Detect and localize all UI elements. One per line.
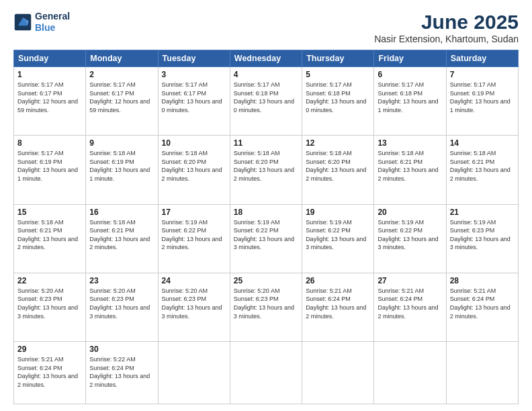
empty-cell-1 — [158, 342, 230, 404]
header: General Blue June 2025 Nasir Extension, … — [13, 11, 519, 44]
day-10: 10 Sunrise: 5:18 AMSunset: 6:20 PMDaylig… — [158, 136, 230, 204]
day-6: 6 Sunrise: 5:17 AMSunset: 6:18 PMDayligh… — [374, 67, 446, 136]
logo-icon — [13, 13, 32, 32]
empty-cell-3 — [302, 342, 374, 404]
week-2: 8 Sunrise: 5:17 AMSunset: 6:19 PMDayligh… — [14, 136, 519, 204]
calendar-header-row: Sunday Monday Tuesday Wednesday Thursday… — [14, 50, 519, 67]
col-saturday: Saturday — [446, 50, 518, 67]
day-17: 17 Sunrise: 5:19 AMSunset: 6:22 PMDaylig… — [158, 204, 230, 273]
day-2: 2 Sunrise: 5:17 AMSunset: 6:17 PMDayligh… — [86, 67, 158, 136]
day-9: 9 Sunrise: 5:18 AMSunset: 6:19 PMDayligh… — [86, 136, 158, 204]
day-19: 19 Sunrise: 5:19 AMSunset: 6:22 PMDaylig… — [302, 204, 374, 273]
empty-cell-5 — [446, 342, 518, 404]
col-sunday: Sunday — [14, 50, 86, 67]
col-thursday: Thursday — [302, 50, 374, 67]
day-14: 14 Sunrise: 5:18 AMSunset: 6:21 PMDaylig… — [446, 136, 518, 204]
day-25: 25 Sunrise: 5:20 AMSunset: 6:23 PMDaylig… — [230, 273, 302, 341]
day-24: 24 Sunrise: 5:20 AMSunset: 6:23 PMDaylig… — [158, 273, 230, 341]
day-13: 13 Sunrise: 5:18 AMSunset: 6:21 PMDaylig… — [374, 136, 446, 204]
col-wednesday: Wednesday — [230, 50, 302, 67]
day-3: 3 Sunrise: 5:17 AMSunset: 6:17 PMDayligh… — [158, 67, 230, 136]
day-22: 22 Sunrise: 5:20 AMSunset: 6:23 PMDaylig… — [14, 273, 86, 341]
day-7: 7 Sunrise: 5:17 AMSunset: 6:19 PMDayligh… — [446, 67, 518, 136]
week-5: 29 Sunrise: 5:21 AMSunset: 6:24 PMDaylig… — [14, 342, 519, 404]
day-23: 23 Sunrise: 5:20 AMSunset: 6:23 PMDaylig… — [86, 273, 158, 341]
logo: General Blue — [13, 11, 70, 34]
day-16: 16 Sunrise: 5:18 AMSunset: 6:21 PMDaylig… — [86, 204, 158, 273]
day-21: 21 Sunrise: 5:19 AMSunset: 6:23 PMDaylig… — [446, 204, 518, 273]
day-30: 30 Sunrise: 5:22 AMSunset: 6:24 PMDaylig… — [86, 342, 158, 404]
empty-cell-2 — [230, 342, 302, 404]
day-12: 12 Sunrise: 5:18 AMSunset: 6:20 PMDaylig… — [302, 136, 374, 204]
day-1: 1 Sunrise: 5:17 AMSunset: 6:17 PMDayligh… — [14, 67, 86, 136]
day-20: 20 Sunrise: 5:19 AMSunset: 6:22 PMDaylig… — [374, 204, 446, 273]
col-monday: Monday — [86, 50, 158, 67]
page: General Blue June 2025 Nasir Extension, … — [0, 0, 532, 411]
day-18: 18 Sunrise: 5:19 AMSunset: 6:22 PMDaylig… — [230, 204, 302, 273]
day-26: 26 Sunrise: 5:21 AMSunset: 6:24 PMDaylig… — [302, 273, 374, 341]
col-friday: Friday — [374, 50, 446, 67]
col-tuesday: Tuesday — [158, 50, 230, 67]
day-27: 27 Sunrise: 5:21 AMSunset: 6:24 PMDaylig… — [374, 273, 446, 341]
logo-text: General Blue — [35, 11, 70, 34]
day-5: 5 Sunrise: 5:17 AMSunset: 6:18 PMDayligh… — [302, 67, 374, 136]
day-8: 8 Sunrise: 5:17 AMSunset: 6:19 PMDayligh… — [14, 136, 86, 204]
empty-cell-4 — [374, 342, 446, 404]
day-15: 15 Sunrise: 5:18 AMSunset: 6:21 PMDaylig… — [14, 204, 86, 273]
title-block: June 2025 Nasir Extension, Khartoum, Sud… — [374, 11, 519, 44]
week-3: 15 Sunrise: 5:18 AMSunset: 6:21 PMDaylig… — [14, 204, 519, 273]
day-28: 28 Sunrise: 5:21 AMSunset: 6:24 PMDaylig… — [446, 273, 518, 341]
day-4: 4 Sunrise: 5:17 AMSunset: 6:18 PMDayligh… — [230, 67, 302, 136]
day-29: 29 Sunrise: 5:21 AMSunset: 6:24 PMDaylig… — [14, 342, 86, 404]
day-11: 11 Sunrise: 5:18 AMSunset: 6:20 PMDaylig… — [230, 136, 302, 204]
calendar-table: Sunday Monday Tuesday Wednesday Thursday… — [13, 50, 519, 404]
subtitle: Nasir Extension, Khartoum, Sudan — [374, 34, 519, 44]
week-4: 22 Sunrise: 5:20 AMSunset: 6:23 PMDaylig… — [14, 273, 519, 341]
week-1: 1 Sunrise: 5:17 AMSunset: 6:17 PMDayligh… — [14, 67, 519, 136]
main-title: June 2025 — [374, 11, 519, 34]
